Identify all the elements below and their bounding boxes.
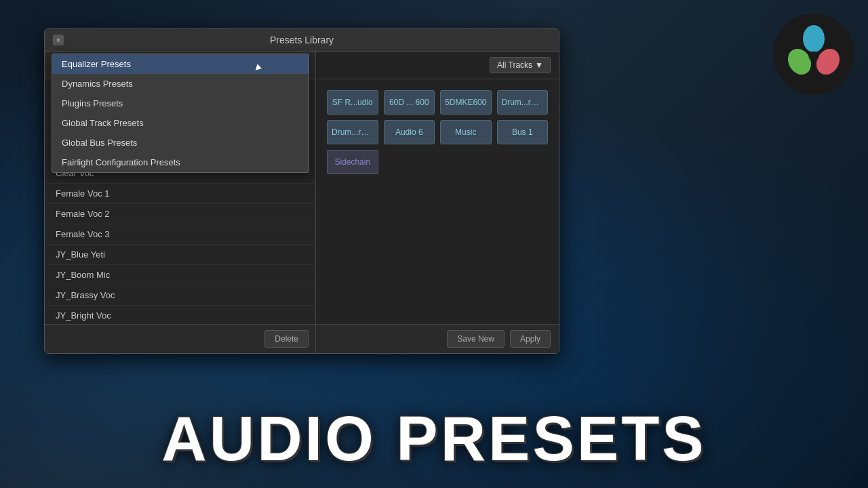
left-panel: Filter by Equalizer Presets ▼ Equalizer … xyxy=(45,52,316,353)
track-button[interactable]: SF R...udio xyxy=(327,90,378,115)
svg-point-0 xyxy=(803,25,825,52)
sidechain-button[interactable]: Sidechain xyxy=(327,150,378,174)
dropdown-item-global-track[interactable]: Global Track Presets xyxy=(52,113,309,133)
close-icon: × xyxy=(56,36,60,44)
page-title: AUDIO PRESETS xyxy=(0,403,868,474)
right-panel: All Tracks ▼ SF R...udio 60D ... 600 5DM… xyxy=(316,52,559,353)
all-tracks-dropdown[interactable]: All Tracks ▼ xyxy=(490,57,551,73)
dialog-body: Filter by Equalizer Presets ▼ Equalizer … xyxy=(45,52,559,353)
dialog-title: Presets Library xyxy=(270,35,334,45)
close-button[interactable]: × xyxy=(53,35,64,45)
list-item[interactable]: JY_Boom Mic xyxy=(45,265,315,285)
all-tracks-arrow-icon: ▼ xyxy=(535,60,543,70)
dropdown-item-dynamics[interactable]: Dynamics Presets xyxy=(52,74,309,94)
right-panel-top: All Tracks ▼ xyxy=(316,52,559,79)
track-grid: SF R...udio 60D ... 600 5DMKE600 Drum...… xyxy=(316,79,559,324)
save-new-button[interactable]: Save New xyxy=(447,330,505,348)
track-button[interactable]: Drum...rack xyxy=(497,90,549,115)
filter-dropdown-menu: Equalizer Presets Dynamics Presets Plugi… xyxy=(52,54,309,173)
all-tracks-label: All Tracks xyxy=(497,60,532,70)
apply-button[interactable]: Apply xyxy=(510,330,551,348)
list-item[interactable]: Female Voc 3 xyxy=(45,224,315,245)
dialog-titlebar: × Presets Library xyxy=(45,29,559,52)
list-item[interactable]: JY_Brassy Voc xyxy=(45,285,315,306)
dropdown-item-global-bus[interactable]: Global Bus Presets xyxy=(52,133,309,152)
list-item[interactable]: Female Voc 1 xyxy=(45,184,315,204)
track-button[interactable]: 60D ... 600 xyxy=(384,90,435,115)
davinci-logo xyxy=(773,14,854,95)
right-panel-bottom: Save New Apply xyxy=(316,324,559,353)
list-item[interactable]: JY_Bright Voc xyxy=(45,306,315,324)
track-button[interactable]: Bus 1 xyxy=(497,120,549,144)
svg-point-3 xyxy=(808,51,819,62)
presets-library-dialog: × Presets Library Filter by Equalizer Pr… xyxy=(44,28,559,354)
track-button[interactable]: Audio 6 xyxy=(384,120,435,144)
delete-button[interactable]: Delete xyxy=(264,330,309,348)
dropdown-item-plugins[interactable]: Plugins Presets xyxy=(52,94,309,113)
list-item[interactable]: JY_Blue Yeti xyxy=(45,245,315,265)
list-item[interactable]: Female Voc 2 xyxy=(45,204,315,224)
dropdown-item-equalizer[interactable]: Equalizer Presets xyxy=(52,54,309,74)
track-button[interactable]: 5DMKE600 xyxy=(440,90,492,115)
track-button[interactable]: Music xyxy=(440,120,492,144)
dropdown-item-fairlight-config[interactable]: Fairlight Configuration Presets xyxy=(52,152,309,172)
track-button[interactable]: Drum...rack xyxy=(327,120,378,144)
left-panel-bottom: Delete xyxy=(45,324,315,353)
